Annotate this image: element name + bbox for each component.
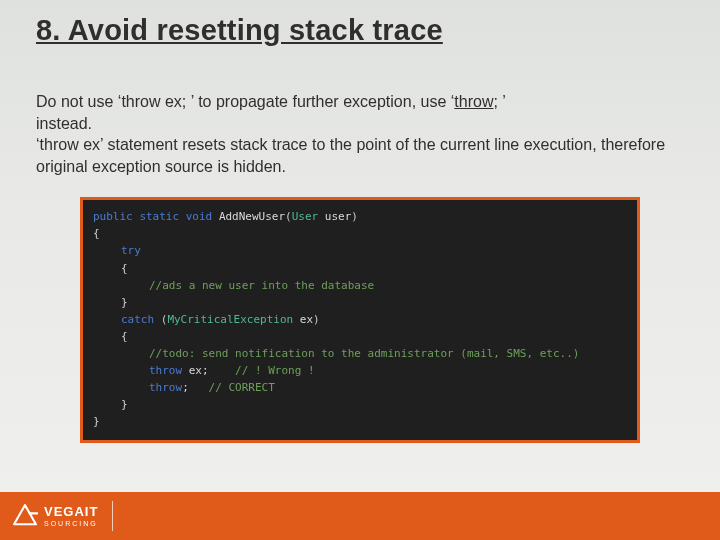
catch-paren-open: ( bbox=[154, 313, 167, 326]
kw-catch: catch bbox=[121, 313, 154, 326]
body-line2: instead. bbox=[36, 115, 92, 132]
slide-title: 8. Avoid resetting stack trace bbox=[36, 14, 684, 47]
type-exception: MyCriticalException bbox=[167, 313, 293, 326]
logo: VEGAIT SOURCING bbox=[12, 503, 98, 529]
logo-sub: SOURCING bbox=[44, 520, 98, 527]
body-text: Do not use ‘throw ex; ’ to propagate fur… bbox=[36, 91, 676, 177]
catch-paren-close: ) bbox=[313, 313, 320, 326]
logo-mark-icon bbox=[12, 503, 38, 529]
kw-throw-1: throw bbox=[149, 364, 182, 377]
brace-open-3: { bbox=[121, 330, 128, 343]
kw-void: void bbox=[186, 210, 213, 223]
code-pre: public static void AddNewUser(User user)… bbox=[93, 208, 627, 430]
paren-close: ) bbox=[351, 210, 358, 223]
kw-static: static bbox=[139, 210, 179, 223]
kw-throw-2: throw bbox=[149, 381, 182, 394]
throw-rest: ; bbox=[182, 381, 189, 394]
body-line3: ‘throw ex’ statement resets stack trace … bbox=[36, 136, 665, 175]
paren-open: ( bbox=[285, 210, 292, 223]
comment-correct: // CORRECT bbox=[189, 381, 275, 394]
kw-public: public bbox=[93, 210, 133, 223]
kw-try: try bbox=[121, 244, 141, 257]
brace-open-1: { bbox=[93, 227, 100, 240]
brace-open-2: { bbox=[121, 262, 128, 275]
footer-divider bbox=[112, 501, 113, 531]
brace-close-1: } bbox=[93, 415, 100, 428]
comment-todo: //todo: send notification to the adminis… bbox=[149, 347, 579, 360]
brace-close-2: } bbox=[121, 296, 128, 309]
arg-user: user bbox=[318, 210, 351, 223]
logo-brand: VEGAIT bbox=[44, 505, 98, 518]
brace-close-3: } bbox=[121, 398, 128, 411]
throw-keyword-link: throw bbox=[454, 93, 493, 110]
arg-ex: ex bbox=[293, 313, 313, 326]
comment-wrong: // ! Wrong ! bbox=[209, 364, 315, 377]
throw-ex-rest: ex; bbox=[182, 364, 209, 377]
logo-text: VEGAIT SOURCING bbox=[44, 505, 98, 527]
body-line1a: Do not use ‘throw ex; ’ to propagate fur… bbox=[36, 93, 454, 110]
footer-bar: VEGAIT SOURCING bbox=[0, 492, 720, 540]
svg-marker-0 bbox=[14, 505, 36, 524]
type-user: User bbox=[292, 210, 319, 223]
body-line1c: ; ’ bbox=[493, 93, 505, 110]
code-block: public static void AddNewUser(User user)… bbox=[80, 197, 640, 443]
comment-add-user: //ads a new user into the database bbox=[149, 279, 374, 292]
fn-name: AddNewUser bbox=[219, 210, 285, 223]
slide-content: 8. Avoid resetting stack trace Do not us… bbox=[0, 0, 720, 492]
slide: 8. Avoid resetting stack trace Do not us… bbox=[0, 0, 720, 540]
